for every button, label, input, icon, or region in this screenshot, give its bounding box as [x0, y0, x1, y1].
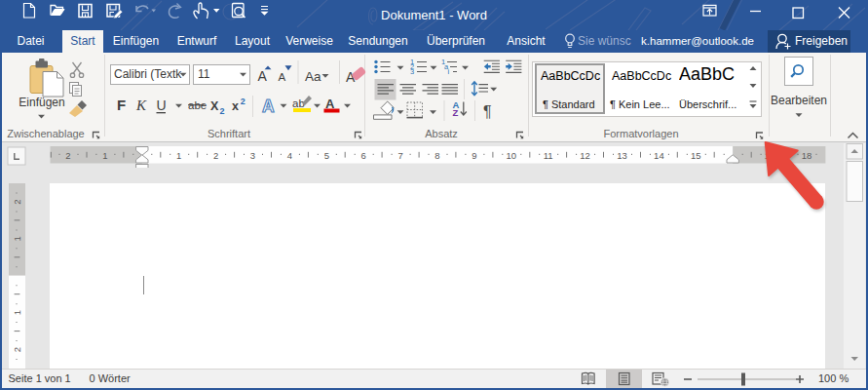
svg-text:13: 13 — [617, 150, 627, 161]
svg-text:i: i — [448, 67, 450, 76]
svg-text:1: 1 — [12, 236, 22, 241]
svg-text:2: 2 — [241, 97, 245, 106]
svg-text:3: 3 — [410, 67, 414, 76]
svg-text:1: 1 — [12, 310, 22, 315]
svg-text:14: 14 — [654, 150, 664, 161]
svg-text:U: U — [157, 98, 167, 113]
svg-text:2: 2 — [12, 347, 22, 352]
svg-text:F: F — [117, 97, 126, 113]
svg-text:X: X — [210, 99, 219, 113]
svg-text:K: K — [135, 98, 147, 113]
svg-text:1: 1 — [176, 150, 181, 161]
svg-text:7: 7 — [397, 150, 402, 161]
svg-text:8: 8 — [434, 150, 439, 161]
svg-text:¶: ¶ — [483, 103, 492, 120]
svg-text:A: A — [279, 71, 286, 83]
svg-text:A: A — [262, 97, 275, 116]
svg-text:2: 2 — [65, 150, 70, 161]
svg-text:Z: Z — [453, 107, 459, 118]
svg-text:2: 2 — [213, 150, 218, 161]
svg-text:A: A — [325, 97, 335, 111]
svg-text:17: 17 — [765, 150, 775, 161]
svg-text:3: 3 — [250, 150, 255, 161]
svg-text:1: 1 — [102, 150, 107, 161]
svg-text:10: 10 — [507, 150, 517, 161]
svg-text:2: 2 — [220, 106, 225, 116]
svg-text:11: 11 — [544, 150, 553, 161]
svg-text:6: 6 — [361, 150, 366, 161]
svg-text:18: 18 — [802, 150, 812, 161]
svg-text:x: x — [232, 99, 239, 113]
svg-text:A: A — [258, 68, 268, 84]
svg-text:5: 5 — [324, 150, 329, 161]
svg-text:9: 9 — [472, 150, 476, 161]
svg-text:4: 4 — [287, 150, 292, 161]
svg-text:12: 12 — [580, 150, 590, 161]
svg-text:15: 15 — [691, 150, 701, 161]
svg-text:2: 2 — [12, 199, 22, 204]
svg-text:Aa: Aa — [305, 69, 321, 84]
